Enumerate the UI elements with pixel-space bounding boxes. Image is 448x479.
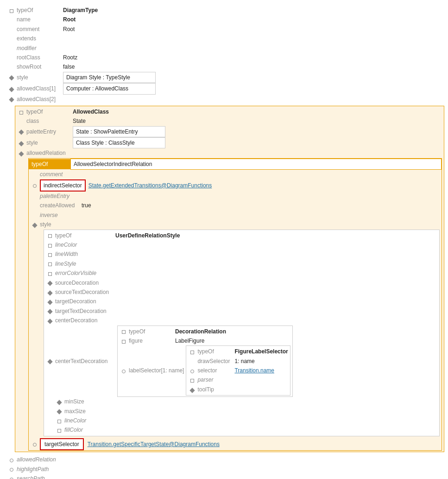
row-ac2-typeof: typeOf AllowedClass — [15, 107, 444, 116]
square-icon-ac2-typeof — [19, 111, 23, 115]
val-name: Root — [63, 15, 76, 24]
figurelabelselector-box: typeOf FigureLabelSelector drawSelector … — [186, 345, 290, 396]
row-allowedclass2-header: allowedClass[2] — [7, 95, 444, 104]
row-ar-createallowed: createAllowed true — [29, 201, 442, 210]
diamond-ac2-style — [19, 141, 24, 146]
fls-drawselector-val: 1: name — [234, 357, 254, 366]
row-fls-typeof: typeOf FigureLabelSelector — [188, 347, 288, 356]
ar-palette-key: paletteEntry — [40, 192, 82, 201]
val-typeof: DiagramType — [63, 6, 98, 15]
row-bottom-highlightpath: highlightPath — [7, 465, 444, 474]
diamond-maxsize — [57, 409, 62, 415]
ac2-style-box: Class Style : ClassStyle — [73, 137, 165, 148]
dr-figure-key: figure — [129, 336, 175, 345]
bottom-rows: allowedRelation highlightPath searchPath… — [4, 454, 448, 479]
row-style-linecolor: lineColor — [46, 240, 437, 249]
row-ar-indirectselector: indirectSelector State.getExtendedTransi… — [29, 179, 442, 192]
diamond-allowedrelation — [19, 151, 24, 156]
diamond-targetdeco — [47, 300, 52, 305]
sq-dr-typeof — [122, 330, 126, 334]
row-fls-drawselector: drawSelector 1: name — [188, 357, 288, 366]
circle-selector — [190, 370, 194, 373]
circle-indirect — [33, 184, 37, 188]
row-linecolor-bottom: lineColor — [55, 416, 437, 425]
dr-labelselector-key: labelSelector[1: name] — [129, 366, 184, 375]
row-fls-parser: parser — [188, 375, 288, 384]
style-targettextdeco-key: targetTextDecoration — [55, 307, 115, 316]
square-icon — [10, 9, 13, 13]
row-ac2-style: style Class Style : ClassStyle — [15, 137, 444, 148]
tree-container: typeOf DiagramType name Root comment Roo… — [0, 0, 448, 479]
row-comment: comment Root — [7, 25, 444, 34]
row-ar-inverse: inverse — [29, 211, 442, 220]
style-linestyle-key: lineStyle — [55, 259, 115, 268]
key-maxsize: maxSize — [64, 407, 115, 416]
key-comment: comment — [17, 25, 63, 34]
sq-linecolor-bottom — [57, 420, 61, 423]
row-bottom-allowedrelation: allowedRelation — [7, 455, 444, 464]
decoration-relation-box: typeOf DecorationRelation figure LabelFi… — [117, 326, 293, 397]
diamond-icon-style — [9, 76, 14, 81]
key-ac2-class: class — [26, 116, 73, 126]
style-typeof-key: typeOf — [55, 231, 115, 240]
val-showroot: false — [63, 62, 75, 71]
ar-comment-key: comment — [40, 170, 82, 179]
sq-style-typeof — [48, 234, 52, 238]
fls-typeof-val: FigureLabelSelector — [234, 347, 288, 356]
fls-selector-key: selector — [197, 366, 234, 375]
key-ac2: allowedClass[2] — [17, 95, 63, 104]
fls-tooltip-key: toolTip — [197, 385, 234, 394]
sq-fls-parser — [190, 379, 194, 383]
dr-figure-val: LabelFigure — [175, 336, 204, 345]
row-bottom-searchpath: searchPath — [7, 474, 444, 479]
key-ac2-typeof: typeOf — [26, 107, 73, 116]
ar-indirectselector-val[interactable]: State.getExtendedTransitions@DiagramFunc… — [86, 181, 212, 190]
circle-searchpath — [10, 478, 13, 479]
row-rootclass: rootClass Rootz — [7, 53, 444, 62]
ar-typeof-key: typeOf — [29, 159, 70, 169]
row-style-sourcetextdeco: sourceTextDecoration — [46, 287, 437, 297]
style-errorcolor-key: errorColorVisible — [55, 268, 115, 278]
dr-typeof-val: DecorationRelation — [175, 327, 226, 336]
row-ar-typeof: typeOf AllowedSelectorIndirectRelation — [29, 159, 442, 170]
key-ac1: allowedClass[1] — [17, 84, 63, 93]
row-dr-labelselector: labelSelector[1: name] typeOf FigureLabe… — [120, 345, 290, 396]
palette-box: State : ShowPaletteEntry — [73, 126, 165, 137]
row-dr-figure: figure LabelFigure — [120, 336, 290, 345]
key-rootclass: rootClass — [17, 53, 63, 62]
row-fls-selector: selector Transition.name — [188, 366, 288, 375]
key-ac2-palette: paletteEntry — [26, 127, 73, 136]
style-section-box: typeOf UserDefineRelationStyle lineColor… — [44, 230, 440, 436]
row-style-errorcolor: errorColorVisible — [46, 268, 437, 278]
diamond-icon-ac1 — [9, 87, 14, 92]
row-showroot: showRoot false — [7, 62, 444, 71]
row-style-typeof: typeOf UserDefineRelationStyle — [46, 231, 437, 240]
key-ac2-style: style — [26, 138, 73, 147]
key-bottom-allowedrelation: allowedRelation — [17, 455, 68, 464]
row-fillcolor: fillColor — [55, 425, 437, 434]
row-style-top: style Diagram Style : TypeStyle — [7, 72, 444, 83]
row-minsize: minSize — [55, 397, 437, 406]
diamond-centerdeco — [47, 319, 52, 324]
key-showroot: showRoot — [17, 62, 63, 71]
style-sourcedeco-key: sourceDecoration — [55, 278, 115, 287]
row-typeof: typeOf DiagramType — [7, 6, 444, 15]
ar-createallowed-key: createAllowed — [40, 201, 82, 210]
sq-linestyle — [48, 262, 52, 266]
diamond-ar-style — [32, 223, 37, 228]
ar-indirectselector-key[interactable]: indirectSelector — [40, 179, 86, 192]
key-modifier: modifier — [17, 44, 63, 53]
row-modifier: modifier — [7, 44, 444, 53]
targetselector-val[interactable]: Transition.getSpecificTargetState@Diagra… — [84, 440, 220, 449]
key-bottom-searchpath: searchPath — [17, 474, 68, 479]
fls-selector-val[interactable]: Transition.name — [234, 366, 274, 375]
diamond-sourcetextdeco — [47, 290, 52, 295]
row-allowedclass1: allowedClass[1] Computer : AllowedClass — [7, 83, 444, 94]
targetselector-key[interactable]: targetSelector — [40, 438, 84, 450]
style-targetdeco-key: targetDecoration — [55, 297, 115, 306]
style-centerdeco-key: centerDecoration — [55, 316, 115, 325]
sq-fillcolor — [57, 429, 61, 433]
row-ac2-palette: paletteEntry State : ShowPaletteEntry — [15, 126, 444, 137]
row-style-targettextdeco: targetTextDecoration — [46, 307, 437, 316]
ar-inverse-key: inverse — [40, 211, 82, 220]
